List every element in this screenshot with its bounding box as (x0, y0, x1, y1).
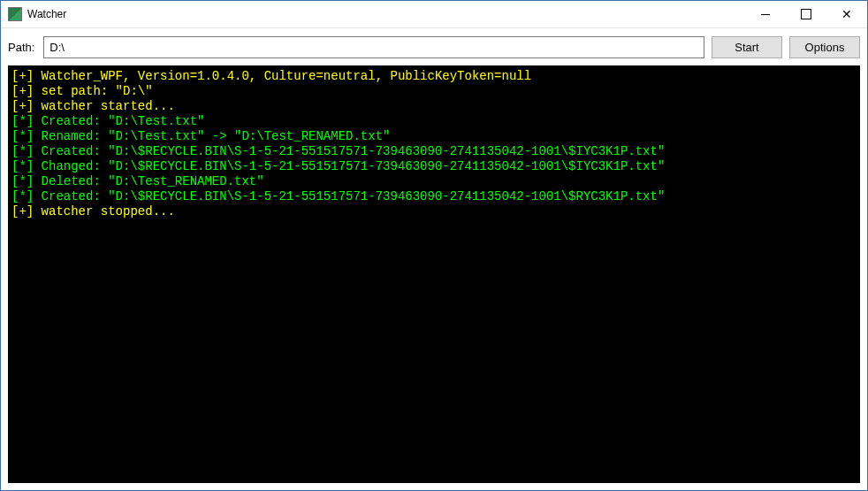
console-line: [+] Watcher_WPF, Version=1.0.4.0, Cultur… (11, 69, 857, 84)
close-icon: ✕ (841, 8, 852, 20)
console-output[interactable]: [+] Watcher_WPF, Version=1.0.4.0, Cultur… (8, 65, 860, 483)
line-text: set path: "D:\" (42, 84, 153, 98)
line-text: watcher stopped... (42, 204, 175, 219)
console-line: [*] Renamed: "D:\Test.txt" -> "D:\Test_R… (11, 129, 857, 144)
minimize-button[interactable] (745, 1, 786, 27)
line-text: Created: "D:\$RECYCLE.BIN\S-1-5-21-55151… (42, 189, 666, 203)
line-prefix: [*] (11, 114, 42, 128)
line-prefix: [*] (11, 189, 42, 203)
line-text: Created: "D:\$RECYCLE.BIN\S-1-5-21-55151… (42, 144, 666, 158)
console-line: [+] set path: "D:\" (11, 84, 857, 99)
app-icon (8, 7, 22, 21)
line-text: watcher started... (42, 99, 175, 113)
line-text: Deleted: "D:\Test_RENAMED.txt" (42, 174, 264, 188)
line-text: Watcher_WPF, Version=1.0.4.0, Culture=ne… (42, 69, 532, 83)
minimize-icon (761, 14, 770, 15)
console-line: [*] Deleted: "D:\Test_RENAMED.txt" (11, 174, 857, 189)
console-line: [*] Created: "D:\Test.txt" (11, 114, 857, 129)
line-text: Changed: "D:\$RECYCLE.BIN\S-1-5-21-55151… (42, 159, 666, 173)
maximize-icon (801, 9, 811, 19)
console-line: [*] Changed: "D:\$RECYCLE.BIN\S-1-5-21-5… (11, 159, 857, 174)
line-prefix: [+] (11, 69, 42, 83)
console-line: [+] watcher stopped... (11, 204, 857, 219)
maximize-button[interactable] (786, 1, 826, 27)
titlebar: Watcher ✕ (1, 1, 867, 28)
toolbar: Path: Start Options (1, 28, 867, 65)
close-button[interactable]: ✕ (826, 1, 867, 27)
line-prefix: [+] (11, 204, 42, 219)
line-prefix: [*] (11, 129, 42, 143)
line-prefix: [*] (11, 159, 42, 173)
line-prefix: [+] (11, 84, 42, 98)
window-title: Watcher (27, 8, 66, 20)
line-text: Renamed: "D:\Test.txt" -> "D:\Test_RENAM… (42, 129, 391, 143)
options-button[interactable]: Options (789, 36, 860, 58)
line-prefix: [*] (11, 144, 42, 158)
path-input[interactable] (43, 36, 704, 58)
console-line: [+] watcher started... (11, 99, 857, 114)
window-controls: ✕ (745, 1, 867, 27)
console-line: [*] Created: "D:\$RECYCLE.BIN\S-1-5-21-5… (11, 144, 857, 159)
console-line: [*] Created: "D:\$RECYCLE.BIN\S-1-5-21-5… (11, 189, 857, 204)
path-label: Path: (8, 41, 34, 54)
start-button[interactable]: Start (712, 36, 782, 58)
line-text: Created: "D:\Test.txt" (42, 114, 205, 128)
line-prefix: [*] (11, 174, 42, 188)
line-prefix: [+] (11, 99, 42, 113)
